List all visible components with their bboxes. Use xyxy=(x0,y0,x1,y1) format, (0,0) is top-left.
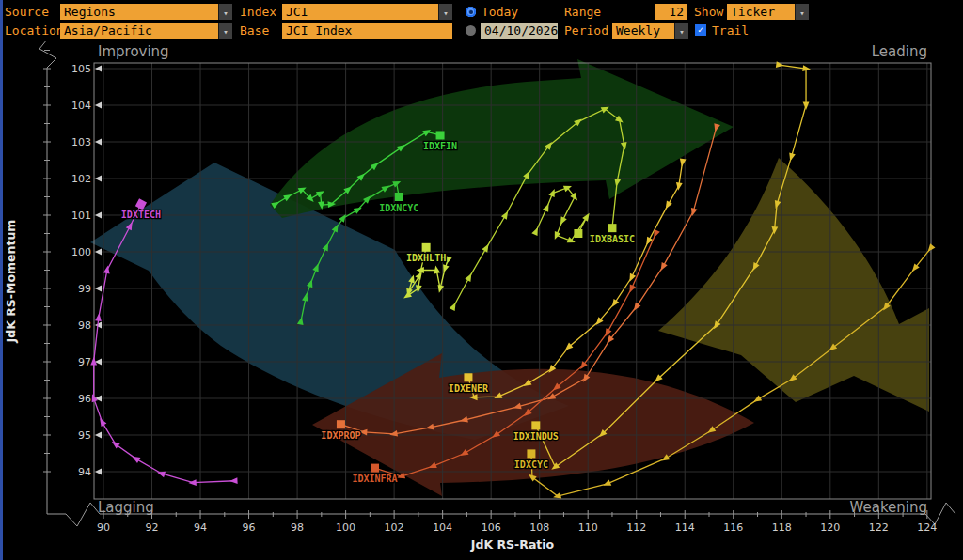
x-tick-label: 102 xyxy=(385,521,404,534)
source-label: Source xyxy=(5,4,49,20)
trail-point-icon xyxy=(450,301,459,311)
today-label: Today xyxy=(482,4,518,20)
ticker-label-IDXTECH: IDXTECH xyxy=(121,210,161,220)
ticker-label-IDXFIN: IDXFIN xyxy=(423,141,457,151)
period-value: Weekly xyxy=(616,23,660,38)
x-tick-label: 104 xyxy=(433,521,452,534)
x-tick-label: 108 xyxy=(529,521,549,534)
x-tick-label: 116 xyxy=(723,521,743,534)
range-input[interactable]: 12 xyxy=(655,4,687,20)
ticker-label-IDXNCYC: IDXNCYC xyxy=(379,203,418,213)
y-tick-label: 103 xyxy=(71,136,91,148)
quadrant-label-improving: Improving xyxy=(98,43,169,60)
ticker-label-IDXBASIC: IDXBASIC xyxy=(590,234,635,244)
x-tick-label: 106 xyxy=(482,521,501,534)
index-dropdown[interactable]: JCI xyxy=(282,4,452,20)
trail-point-icon xyxy=(582,211,592,222)
x-tick-label: 122 xyxy=(869,521,889,534)
source-value: Regions xyxy=(64,5,116,19)
trail-point-icon xyxy=(567,237,576,245)
y-tick-arrow-icon xyxy=(95,102,102,109)
location-dropdown[interactable]: Asia/Pacific xyxy=(60,23,232,39)
x-tick-label: 98 xyxy=(291,521,304,534)
base-input[interactable]: JCI Index xyxy=(282,23,452,39)
chevron-down-icon[interactable] xyxy=(218,4,232,20)
trail-point-icon xyxy=(663,200,672,210)
quadrant-label-lagging: Lagging xyxy=(98,499,154,516)
rotation-arrow-weakening xyxy=(658,158,929,412)
trail-endpoint-marker[interactable] xyxy=(395,193,403,201)
y-tick-label: 102 xyxy=(71,173,91,185)
y-tick-arrow-icon xyxy=(95,469,102,475)
y-tick-label: 105 xyxy=(71,63,91,75)
trail-point-icon xyxy=(188,479,197,486)
source-dropdown[interactable]: Regions xyxy=(60,4,232,20)
range-label: Range xyxy=(564,4,601,20)
trail-point-icon xyxy=(339,212,348,223)
date-input[interactable]: 04/10/2026 xyxy=(481,23,558,39)
chevron-down-icon[interactable] xyxy=(438,4,452,20)
trail-endpoint-marker[interactable] xyxy=(531,421,540,429)
chevron-down-icon[interactable] xyxy=(795,4,809,20)
trail-endpoint-marker[interactable] xyxy=(371,464,379,473)
y-tick-arrow-icon xyxy=(95,66,102,72)
trail-point-icon xyxy=(433,265,440,274)
show-dropdown[interactable]: Ticker xyxy=(727,4,809,20)
chevron-down-icon[interactable] xyxy=(218,23,232,39)
trail-point-icon xyxy=(156,469,166,477)
trail-endpoint-marker[interactable] xyxy=(422,243,431,252)
trail-point-icon xyxy=(643,237,653,247)
quadrant-label-leading: Leading xyxy=(872,43,927,60)
period-dropdown[interactable]: Weekly xyxy=(612,23,688,39)
trail-point-icon xyxy=(97,416,106,427)
y-tick-label: 100 xyxy=(71,246,91,258)
trail-point-icon xyxy=(658,262,668,272)
trail-endpoint-marker[interactable] xyxy=(337,420,345,428)
x-tick-label: 90 xyxy=(97,521,110,534)
trail-point-icon xyxy=(803,102,810,110)
rrg-plot: 9092949698100102104106108110112114116118… xyxy=(0,41,963,560)
y-tick-label: 99 xyxy=(78,283,91,295)
trail-point-icon xyxy=(577,361,587,371)
trail-point-icon xyxy=(787,152,796,162)
custom-date-radio[interactable] xyxy=(466,25,476,36)
y-tick-arrow-icon xyxy=(95,176,102,182)
trail-endpoint-marker[interactable] xyxy=(436,131,445,139)
ticker-label-IDXPROP: IDXPROP xyxy=(321,430,360,441)
ticker-label-IDXINDUS: IDXINDUS xyxy=(513,431,559,442)
y-tick-label: 94 xyxy=(78,466,91,478)
trail-endpoint-marker[interactable] xyxy=(527,449,535,458)
trail-endpoint-marker[interactable] xyxy=(608,224,616,232)
trail-point-icon xyxy=(440,264,449,273)
x-tick-label: 120 xyxy=(820,521,840,534)
trail-point-icon xyxy=(482,242,491,253)
period-label: Period xyxy=(564,23,608,39)
trail-point-icon xyxy=(229,477,238,484)
x-axis-title: JdK RS-Ratio xyxy=(470,537,555,552)
index-label: Index xyxy=(240,4,276,20)
y-tick-arrow-icon xyxy=(95,286,102,292)
ticker-label-IDXHLTH: IDXHLTH xyxy=(406,253,446,263)
trail-checkbox[interactable]: ✓ xyxy=(695,24,706,36)
x-tick-label: 124 xyxy=(917,521,937,534)
chevron-down-icon[interactable] xyxy=(674,23,688,39)
today-radio[interactable] xyxy=(466,7,476,17)
trail-point-icon xyxy=(95,313,103,321)
y-tick-arrow-icon xyxy=(95,249,102,256)
ticker-label-IDXINFRA: IDXINFRA xyxy=(352,474,397,484)
rotation-arrow-leading xyxy=(270,59,734,218)
y-tick-label: 101 xyxy=(71,210,91,222)
location-value: Asia/Pacific xyxy=(64,23,152,38)
x-tick-label: 100 xyxy=(336,521,355,534)
trail-point-icon xyxy=(103,265,111,273)
rrg-application-window: Source Regions Index JCI Today Range 12 … xyxy=(0,0,963,560)
ticker-label-IDXENER: IDXENER xyxy=(449,383,489,394)
x-tick-label: 118 xyxy=(772,521,792,534)
y-tick-arrow-icon xyxy=(95,432,102,439)
show-value: Ticker xyxy=(731,5,775,19)
x-tick-label: 110 xyxy=(578,521,598,534)
trail-endpoint-marker[interactable] xyxy=(574,229,582,238)
y-tick-arrow-icon xyxy=(95,139,102,146)
trail-point-icon xyxy=(751,396,762,405)
trail-endpoint-marker[interactable] xyxy=(464,373,472,381)
